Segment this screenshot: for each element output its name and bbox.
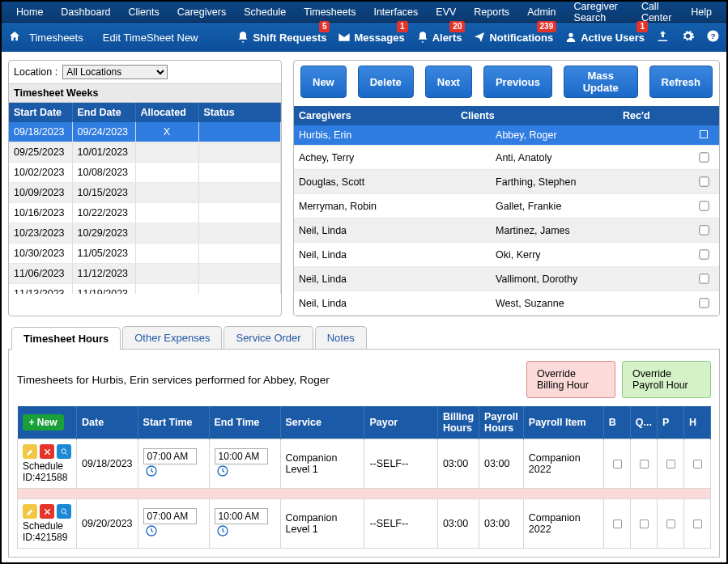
start-time-input[interactable] [143, 508, 197, 524]
nav-interfaces[interactable]: Interfaces [365, 3, 426, 21]
delete-icon[interactable] [40, 444, 54, 459]
q-checkbox[interactable] [640, 519, 649, 528]
location-select[interactable]: All Locations [62, 65, 168, 79]
caregiver-row[interactable]: Douglas, ScottFarthing, Stephen [294, 170, 719, 194]
col-end-date[interactable]: End Date [72, 103, 135, 122]
col-end-time[interactable]: End Time [209, 406, 280, 439]
recd-checkbox[interactable] [699, 152, 709, 162]
col-recd[interactable]: Rec'd [618, 106, 719, 125]
messages[interactable]: Messages 1 [338, 31, 404, 44]
nav-clients[interactable]: Clients [121, 3, 168, 21]
shift-requests[interactable]: Shift Requests 5 [236, 31, 326, 44]
recd-checkbox[interactable] [699, 225, 709, 235]
nav-caregivers[interactable]: Caregivers [169, 3, 234, 21]
clock-icon[interactable] [216, 524, 229, 540]
p-checkbox[interactable] [666, 519, 675, 528]
recd-checkbox[interactable] [699, 249, 709, 259]
col-status[interactable]: Status [198, 103, 281, 122]
active-users[interactable]: Active Users 1 [564, 31, 645, 44]
nav-caregiver-search[interactable]: Caregiver Search [566, 0, 632, 27]
col-service[interactable]: Service [280, 406, 364, 439]
nav-schedule[interactable]: Schedule [236, 3, 294, 21]
nav-dashboard[interactable]: Dashboard [53, 3, 118, 21]
week-row[interactable]: 10/30/202311/05/2023 [9, 244, 281, 264]
col-payroll-item[interactable]: Payroll Item [523, 406, 603, 439]
q-checkbox[interactable] [640, 459, 649, 468]
recd-checkbox[interactable] [700, 130, 708, 138]
col-allocated[interactable]: Allocated [135, 103, 198, 122]
p-checkbox[interactable] [666, 459, 675, 468]
week-row[interactable]: 11/13/202311/19/2023 [9, 284, 281, 295]
refresh-button[interactable]: Refresh [649, 66, 713, 98]
col-q[interactable]: Q... [630, 406, 657, 439]
nav-home[interactable]: Home [8, 3, 51, 21]
breadcrumb-edit[interactable]: Edit TimeSheet New [103, 32, 198, 44]
gear-icon[interactable] [681, 29, 695, 45]
week-row[interactable]: 10/09/202310/15/2023 [9, 183, 281, 203]
caregiver-row[interactable]: Neil, LindaMartinez, James [294, 218, 719, 243]
recd-checkbox[interactable] [699, 274, 709, 283]
week-row[interactable]: 10/02/202310/08/2023 [9, 163, 281, 183]
edit-icon[interactable] [23, 504, 37, 519]
week-row[interactable]: 11/06/202311/12/2023 [9, 264, 281, 284]
col-caregivers[interactable]: Caregivers [294, 106, 456, 125]
start-time-input[interactable] [143, 448, 197, 464]
col-date[interactable]: Date [77, 406, 138, 439]
breadcrumb-timesheets[interactable]: Timesheets [29, 32, 83, 44]
nav-admin[interactable]: Admin [519, 3, 564, 21]
caregiver-row[interactable]: Merryman, RobinGallet, Frankie [294, 194, 719, 218]
b-checkbox[interactable] [613, 519, 622, 528]
week-row[interactable]: 09/18/202309/24/2023X [9, 122, 281, 142]
nav-reports[interactable]: Reports [466, 3, 517, 21]
edit-icon[interactable] [23, 444, 37, 459]
col-payroll-hours[interactable]: Payroll Hours [479, 406, 524, 439]
previous-button[interactable]: Previous [483, 66, 552, 98]
clock-icon[interactable] [216, 464, 229, 480]
caregiver-row[interactable]: Achey, TerryAnti, Anatoly [294, 146, 719, 170]
week-row[interactable]: 10/23/202310/29/2023 [9, 223, 281, 244]
col-b[interactable]: B [603, 406, 630, 439]
b-checkbox[interactable] [613, 459, 622, 468]
caregiver-row[interactable]: Neil, LindaWest, Suzanne [294, 291, 719, 316]
notifications[interactable]: Notifications 239 [473, 31, 553, 44]
clock-icon[interactable] [145, 464, 158, 480]
recd-checkbox[interactable] [699, 298, 709, 307]
col-p[interactable]: P [657, 406, 683, 439]
clock-icon[interactable] [145, 524, 158, 540]
help-icon[interactable]: ? [706, 29, 720, 45]
delete-button[interactable]: Delete [358, 66, 414, 98]
h-checkbox[interactable] [693, 519, 702, 528]
upload-icon[interactable] [656, 29, 670, 45]
col-start-date[interactable]: Start Date [9, 103, 72, 122]
week-row[interactable]: 09/25/202310/01/2023 [9, 142, 281, 163]
mass-update-button[interactable]: Mass Update [564, 66, 638, 98]
recd-checkbox[interactable] [699, 201, 709, 210]
tab-service-order[interactable]: Service Order [224, 326, 313, 349]
add-timesheet-button[interactable]: New [23, 414, 64, 430]
next-button[interactable]: Next [425, 66, 472, 98]
search-icon[interactable] [57, 444, 71, 459]
tab-other-expenses[interactable]: Other Expenses [122, 326, 222, 349]
recd-checkbox[interactable] [699, 176, 709, 186]
col-clients[interactable]: Clients [456, 106, 618, 125]
home-icon[interactable] [8, 30, 21, 45]
caregiver-row[interactable]: Neil, LindaOki, Kerry [294, 243, 719, 267]
alerts[interactable]: Alerts 20 [416, 31, 462, 44]
caregiver-row[interactable]: Hurbis, ErinAbbey, Roger [294, 125, 719, 146]
nav-evv[interactable]: EVV [428, 3, 464, 21]
end-time-input[interactable] [215, 448, 268, 464]
col-billing-hours[interactable]: Billing Hours [437, 406, 479, 439]
nav-timesheets[interactable]: Timesheets [296, 3, 364, 21]
end-time-input[interactable] [215, 508, 268, 524]
col-start-time[interactable]: Start Time [138, 406, 209, 439]
delete-icon[interactable] [40, 504, 54, 519]
col-h[interactable]: H [683, 406, 710, 439]
tab-notes[interactable]: Notes [315, 326, 367, 349]
week-row[interactable]: 10/16/202310/22/2023 [9, 203, 281, 223]
new-button[interactable]: New [300, 66, 347, 98]
nav-help[interactable]: Help [683, 3, 720, 21]
caregiver-row[interactable]: Neil, LindaVallimont, Dorothy [294, 267, 719, 291]
search-icon[interactable] [57, 504, 71, 519]
h-checkbox[interactable] [693, 459, 702, 468]
tab-timesheet-hours[interactable]: Timesheet Hours [11, 327, 121, 350]
